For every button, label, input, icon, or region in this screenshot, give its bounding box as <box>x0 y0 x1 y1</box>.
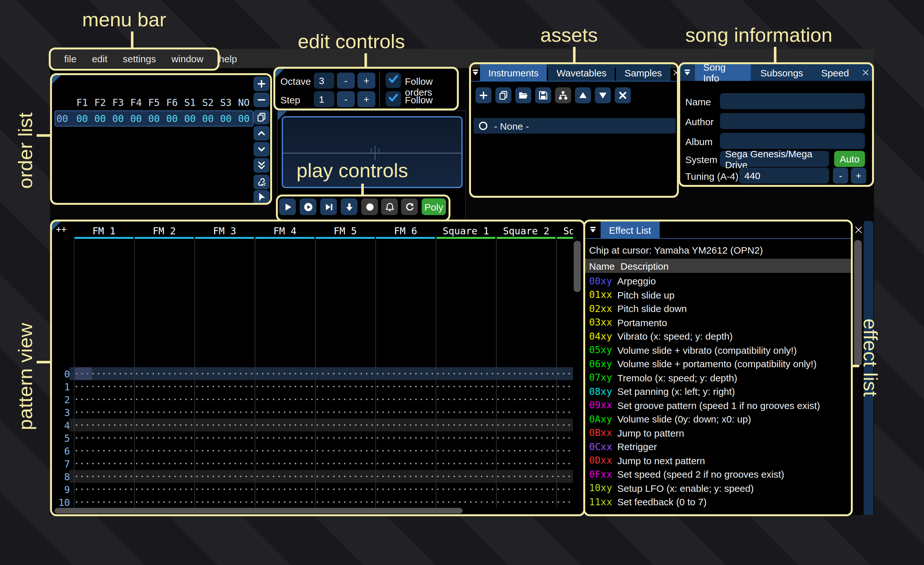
move-order-bottom-button[interactable] <box>254 158 270 173</box>
follow-orders-checkbox[interactable] <box>386 72 401 88</box>
delete-asset-button[interactable] <box>615 87 631 104</box>
effect-list-row: 0DxxJump to next pattern <box>585 454 851 467</box>
tab-speed[interactable]: Speed <box>813 64 857 81</box>
menu-item-file[interactable]: file <box>57 53 84 64</box>
pattern-row[interactable] <box>74 393 573 406</box>
pattern-row[interactable] <box>74 431 573 444</box>
pattern-row[interactable] <box>74 419 573 431</box>
order-cell[interactable]: 00 <box>74 113 90 125</box>
channel-header-square-3[interactable]: Square 3 <box>556 225 573 237</box>
channel-header-fm-2[interactable]: FM 2 <box>134 225 194 237</box>
tab-effect-list[interactable]: Effect List <box>601 221 659 238</box>
menu-item-help[interactable]: help <box>211 53 245 64</box>
toggle-folders-button[interactable] <box>555 87 571 104</box>
effect-list-row: 0CxxRetrigger <box>585 440 851 453</box>
instrument-list-item[interactable]: - None - <box>474 118 676 134</box>
move-asset-up-button[interactable] <box>575 87 591 104</box>
channel-header-square-2[interactable]: Square 2 <box>496 225 556 237</box>
order-cell[interactable]: 00 <box>200 113 216 125</box>
play-from-cursor-button[interactable] <box>300 198 316 215</box>
collapse-window-icon[interactable] <box>585 221 601 238</box>
duplicate-order-button[interactable] <box>254 110 270 125</box>
channel-header-fm-5[interactable]: FM 5 <box>315 225 375 237</box>
poly-button[interactable]: Poly <box>422 198 446 215</box>
record-button[interactable] <box>361 198 378 215</box>
add-asset-button[interactable] <box>476 87 492 104</box>
tab-wavetables[interactable]: Wavetables <box>548 64 615 81</box>
pattern-row[interactable] <box>74 367 573 380</box>
channel-header-fm-6[interactable]: FM 6 <box>375 225 436 237</box>
step-down-button[interactable] <box>341 198 357 215</box>
collapse-window-icon[interactable] <box>680 64 695 81</box>
plus-icon <box>256 78 267 89</box>
menu-item-window[interactable]: window <box>164 53 211 64</box>
deep-clone-order-button[interactable] <box>254 174 270 189</box>
pattern-row[interactable] <box>74 470 573 483</box>
system-value[interactable]: Sega Genesis/Mega Drive <box>720 151 829 167</box>
move-asset-down-button[interactable] <box>595 87 611 104</box>
repeat-pattern-button[interactable] <box>401 198 418 215</box>
menu-item-settings[interactable]: settings <box>115 53 164 64</box>
order-column-header: S2 <box>200 97 216 108</box>
pattern-row[interactable] <box>74 483 573 496</box>
channel-header-fm-4[interactable]: FM 4 <box>255 225 315 237</box>
remove-order-button[interactable] <box>254 92 270 107</box>
tab-samples[interactable]: Samples <box>616 64 670 81</box>
tab-subsongs[interactable]: Subsongs <box>752 64 812 81</box>
step-value[interactable]: 1 <box>314 91 334 107</box>
pattern-row[interactable] <box>74 457 573 470</box>
song-name-field[interactable] <box>720 93 865 109</box>
song-album-field[interactable] <box>720 133 865 149</box>
octave-value[interactable]: 3 <box>314 72 334 89</box>
pattern-row[interactable] <box>74 406 573 419</box>
channel-header-fm-1[interactable]: FM 1 <box>74 225 134 237</box>
tab-song-info[interactable]: Song Info <box>695 64 751 81</box>
delete-x-icon <box>617 90 628 101</box>
move-order-up-button[interactable] <box>254 126 270 141</box>
order-cell[interactable]: 00 <box>92 113 108 125</box>
octave-plus-button[interactable]: + <box>357 72 375 89</box>
pattern-row[interactable] <box>74 380 573 393</box>
add-order-button[interactable] <box>254 77 270 91</box>
metronome-button[interactable] <box>381 198 398 215</box>
pattern-row[interactable] <box>74 444 573 457</box>
pattern-corner-button[interactable]: ++ <box>56 224 67 234</box>
tuning-minus-button[interactable]: - <box>833 168 848 183</box>
order-cell[interactable]: 00 <box>164 113 180 125</box>
tab-instruments[interactable]: Instruments <box>480 64 547 81</box>
open-asset-button[interactable] <box>515 87 531 104</box>
duplicate-asset-button[interactable] <box>495 87 512 104</box>
menu-item-edit[interactable]: edit <box>84 53 115 64</box>
play-button[interactable] <box>279 198 296 215</box>
pattern-vertical-scrollbar[interactable] <box>574 241 581 292</box>
pattern-row[interactable] <box>74 496 573 508</box>
play-one-row-button[interactable] <box>320 198 337 215</box>
tuning-plus-button[interactable]: + <box>851 168 866 183</box>
order-cell[interactable]: 00 <box>236 113 252 125</box>
effect-description: Volume slide + portamento (compatibility… <box>617 358 816 369</box>
effect-list-close-icon[interactable] <box>854 225 864 235</box>
effect-code: 00xy <box>589 275 617 287</box>
close-window-icon[interactable] <box>672 64 681 81</box>
effect-description: Set groove pattern (speed 1 if no groove… <box>617 400 820 410</box>
order-cell[interactable]: 00 <box>128 113 144 125</box>
follow-pattern-checkbox[interactable] <box>386 91 401 107</box>
step-minus-button[interactable]: - <box>337 91 355 107</box>
close-window-icon[interactable] <box>858 64 872 81</box>
channel-header-square-1[interactable]: Square 1 <box>436 225 496 237</box>
collapse-window-icon[interactable] <box>471 64 480 81</box>
auto-system-button[interactable]: Auto <box>834 151 865 167</box>
order-cell[interactable]: 00 <box>218 113 234 125</box>
order-cell[interactable]: 00 <box>182 113 198 125</box>
order-cell[interactable]: 00 <box>146 113 162 125</box>
song-author-field[interactable] <box>720 113 865 129</box>
pattern-horizontal-scrollbar[interactable] <box>54 508 463 514</box>
move-order-down-button[interactable] <box>254 142 270 157</box>
order-edit-mode-button[interactable] <box>254 190 270 205</box>
order-cell[interactable]: 00 <box>110 113 126 125</box>
save-asset-button[interactable] <box>535 87 551 104</box>
step-plus-button[interactable]: + <box>357 91 375 107</box>
tuning-value[interactable]: 440 <box>739 168 829 183</box>
octave-minus-button[interactable]: - <box>337 72 355 89</box>
channel-header-fm-3[interactable]: FM 3 <box>194 225 255 237</box>
